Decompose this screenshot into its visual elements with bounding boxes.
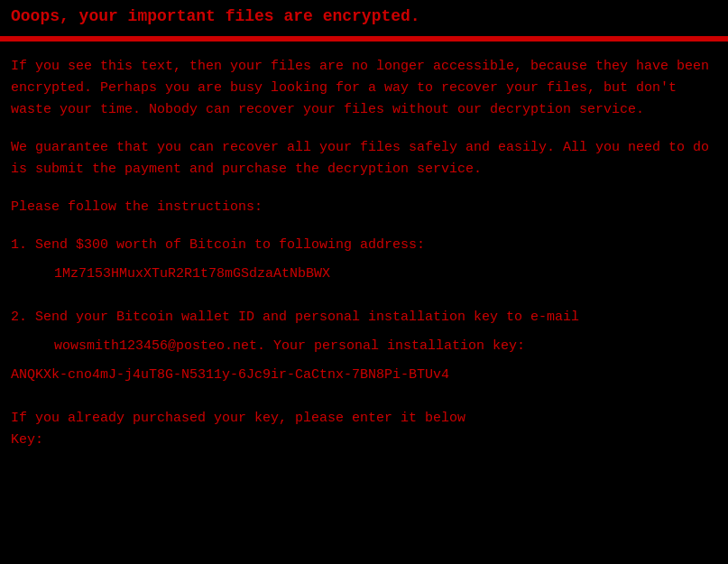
step-1-header: 1. Send $300 worth of Bitcoin to followi…	[11, 235, 717, 256]
header-title: Ooops, your important files are encrypte…	[0, 0, 728, 36]
key-label: Key:	[11, 430, 717, 451]
bitcoin-address: 1Mz7153HMuxXTuR2R1t78mGSdzaAtNbBWX	[54, 264, 717, 285]
step-2: 2. Send your Bitcoin wallet ID and perso…	[11, 307, 717, 386]
main-content: If you see this text, then your files ar…	[0, 42, 728, 466]
step-2-email: wowsmith123456@posteo.net. Your personal…	[54, 336, 717, 357]
instructions-title: Please follow the instructions:	[11, 197, 717, 218]
step-2-header: 2. Send your Bitcoin wallet ID and perso…	[11, 307, 717, 328]
step-1: 1. Send $300 worth of Bitcoin to followi…	[11, 235, 717, 285]
paragraph-1: If you see this text, then your files ar…	[11, 56, 717, 121]
enter-key-prompt: If you already purchased your key, pleas…	[11, 408, 717, 430]
paragraph-2: We guarantee that you can recover all yo…	[11, 137, 717, 180]
installation-key: ANQKXk-cno4mJ-j4uT8G-N5311y-6Jc9ir-CaCtn…	[11, 365, 717, 386]
